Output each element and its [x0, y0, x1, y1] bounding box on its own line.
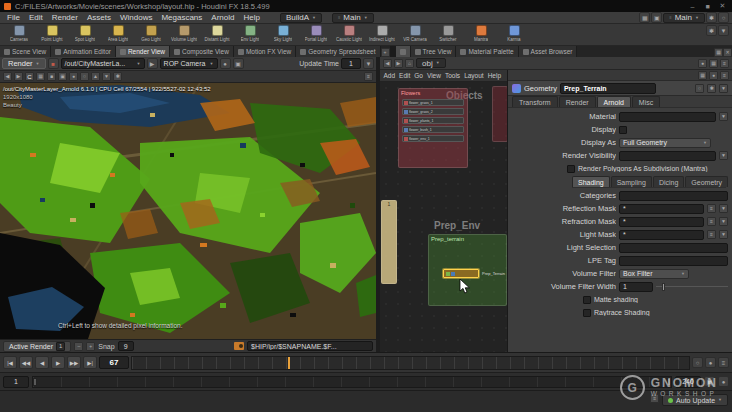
- network-node[interactable]: flower_env_1: [402, 135, 464, 142]
- network-node[interactable]: flower_grass_1: [402, 99, 464, 106]
- tab-composite-view[interactable]: Composite View: [170, 46, 234, 57]
- shelf-tool-volume-light[interactable]: Volume Light: [168, 25, 200, 42]
- raytrace-checkbox[interactable]: [583, 309, 591, 317]
- star-icon[interactable]: ✱: [706, 12, 717, 23]
- camera-selector[interactable]: ROP Camera ▼: [160, 58, 218, 69]
- light-mask-field[interactable]: *: [619, 230, 704, 240]
- up-exposure-icon[interactable]: ▲: [91, 72, 100, 81]
- shelf-tool-sky-light[interactable]: Sky Light: [267, 25, 299, 42]
- tab-network-params[interactable]: [396, 46, 411, 57]
- display-checkbox[interactable]: [619, 126, 627, 134]
- network-canvas[interactable]: Objects Flowers flower_grass_1 flower_gr…: [380, 82, 507, 352]
- play-reverse-fast-button[interactable]: ◀◀: [19, 356, 33, 369]
- param-menu-icon[interactable]: ≡: [720, 71, 729, 80]
- jump-end-button[interactable]: ▶|: [83, 356, 97, 369]
- menu-megascans[interactable]: Megascans: [157, 13, 206, 22]
- current-frame-field[interactable]: 67: [99, 356, 129, 369]
- rop-jump-icon[interactable]: ▶: [147, 58, 158, 69]
- pane-close-icon[interactable]: ✕: [723, 48, 732, 57]
- render-visibility-menu-icon[interactable]: ▼: [719, 151, 728, 160]
- light-selection-field[interactable]: [619, 243, 728, 253]
- shelf-tool-switcher[interactable]: Switcher: [432, 25, 464, 42]
- net-menu-edit[interactable]: Edit: [398, 72, 412, 79]
- context-path[interactable]: obj ▼: [416, 58, 446, 68]
- prev-frame-button[interactable]: ◀: [35, 356, 49, 369]
- shelf-tool-portal-light[interactable]: Portal Light: [300, 25, 332, 42]
- tab-tree-view[interactable]: Tree View: [411, 46, 457, 57]
- volume-filter-dropdown[interactable]: Box Filter ▼: [619, 269, 689, 279]
- menu-help[interactable]: Help: [239, 13, 263, 22]
- tab-render-view[interactable]: Render View: [116, 46, 170, 57]
- shelf-tool-env-light[interactable]: Env Light: [234, 25, 266, 42]
- render-visibility-field[interactable]: [619, 151, 716, 161]
- network-node[interactable]: flower_bush_1: [402, 126, 464, 133]
- param-lock-icon[interactable]: ○: [695, 84, 704, 93]
- netbox-flowers[interactable]: Flowers flower_grass_1 flower_grass_2 fl…: [398, 88, 468, 168]
- grid-icon[interactable]: ▦: [639, 12, 650, 23]
- path-back-icon[interactable]: ◀: [383, 59, 392, 68]
- mask-list-icon[interactable]: ≡: [707, 217, 716, 226]
- range-end-field[interactable]: 240: [675, 376, 701, 388]
- zoom-out-icon[interactable]: –: [74, 342, 83, 351]
- network-node[interactable]: flower_grass_2: [402, 108, 464, 115]
- dot-channel-icon[interactable]: ●: [69, 72, 78, 81]
- tab-render[interactable]: Render: [559, 96, 596, 107]
- active-render-tab[interactable]: Active Render 1: [3, 341, 71, 352]
- path-home-icon[interactable]: ⌂: [405, 59, 414, 68]
- filter-icon[interactable]: ▦: [709, 59, 718, 68]
- shelf-tool-area-light[interactable]: Area Light: [102, 25, 134, 42]
- mask-menu-icon[interactable]: ▼: [719, 230, 728, 239]
- node-name-field[interactable]: Prep_Terrain: [560, 83, 656, 94]
- range-start-handle[interactable]: [33, 378, 37, 386]
- minimize-icon[interactable]: –: [687, 3, 698, 10]
- pane-icon[interactable]: ▣: [651, 12, 662, 23]
- render-button[interactable]: Render ▼: [2, 58, 46, 69]
- playbar-options-icon[interactable]: ≡: [718, 357, 729, 368]
- lock-camera-icon[interactable]: ●: [220, 58, 231, 69]
- selected-node-prep-terrain[interactable]: [443, 269, 479, 278]
- volume-filter-width-field[interactable]: 1: [619, 282, 653, 292]
- net-menu-layout[interactable]: Layout: [463, 72, 486, 79]
- component-button[interactable]: C: [25, 72, 34, 81]
- mask-menu-icon[interactable]: ▼: [719, 204, 728, 213]
- param-gear-icon[interactable]: ✱: [707, 84, 716, 93]
- desktop-selector[interactable]: BuildA ▼: [280, 13, 322, 23]
- menu-assets[interactable]: Assets: [83, 13, 115, 22]
- net-menu-tools[interactable]: Tools: [443, 72, 461, 79]
- slider-handle[interactable]: [662, 283, 665, 291]
- netbox-partial[interactable]: [492, 86, 507, 142]
- menu-file[interactable]: File: [3, 13, 24, 22]
- maximize-icon[interactable]: ■: [702, 3, 713, 10]
- render-image[interactable]: /out/CityMasterLayer_Arnold 6.1.0 | CPU …: [0, 83, 376, 339]
- nav-forward-icon[interactable]: ▶: [14, 72, 23, 81]
- shelf-tool-karma[interactable]: Karma: [498, 25, 530, 42]
- netbox-prep-terrain[interactable]: Prep_terrain Prep_Terrain: [428, 234, 507, 306]
- tab-asset-browser[interactable]: Asset Browser: [519, 46, 578, 57]
- path-forward-icon[interactable]: ▶: [394, 59, 403, 68]
- square-region-icon[interactable]: ■: [47, 72, 56, 81]
- pane-options-icon[interactable]: ≡: [720, 59, 729, 68]
- menu-edit[interactable]: Edit: [25, 13, 47, 22]
- subtab-shading[interactable]: Shading: [572, 176, 610, 187]
- net-menu-add[interactable]: Add: [382, 72, 397, 79]
- param-pin-icon[interactable]: ●: [709, 71, 718, 80]
- snapshot-camera-icon[interactable]: [234, 342, 244, 350]
- snapshot-icon[interactable]: ▣: [233, 58, 244, 69]
- main-desktop-right[interactable]: ≡ Main ▼: [663, 13, 705, 23]
- update-time-field[interactable]: 1: [341, 58, 361, 69]
- shelf-gear-icon[interactable]: ✱: [706, 25, 717, 36]
- nav-back-icon[interactable]: ◀: [3, 72, 12, 81]
- param-more-icon[interactable]: ▼: [719, 84, 728, 93]
- network-node[interactable]: flower_plants_1: [402, 117, 464, 124]
- shelf-more-icon[interactable]: ▼: [718, 25, 729, 36]
- mask-list-icon[interactable]: ≡: [707, 204, 716, 213]
- subtab-geometry[interactable]: Geometry: [685, 176, 728, 187]
- zoom-in-icon[interactable]: +: [86, 342, 95, 351]
- auto-update-button[interactable]: Auto Update ▼: [662, 394, 728, 406]
- options-menu-icon[interactable]: ≡: [364, 72, 373, 81]
- tab-animation-editor[interactable]: Animation Editor: [51, 46, 116, 57]
- new-tab-icon[interactable]: +: [381, 48, 390, 57]
- range-end-handle[interactable]: [667, 378, 671, 386]
- shelf-tool-point-light[interactable]: Point Light: [36, 25, 68, 42]
- snap-value-field[interactable]: 9: [118, 341, 134, 351]
